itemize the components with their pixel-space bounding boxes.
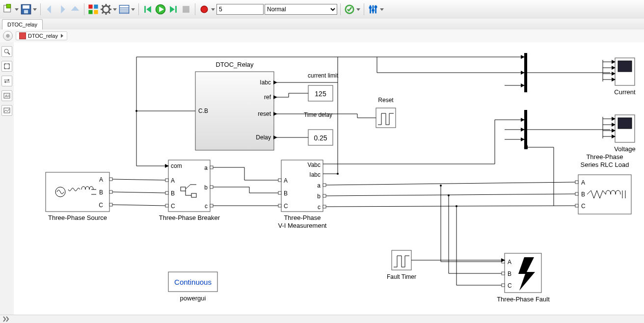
svg-text:A: A: [581, 179, 585, 186]
svg-rect-117: [323, 205, 326, 208]
block-powergui[interactable]: Continuous powergui: [168, 272, 217, 302]
svg-marker-57: [4, 81, 6, 83]
build-button[interactable]: [344, 3, 355, 15]
step-back-button[interactable]: [142, 3, 154, 15]
nav-back-button[interactable]: [44, 3, 55, 15]
annotation-button[interactable]: A≡: [1, 90, 12, 101]
step-forward-button[interactable]: [167, 3, 179, 15]
library-browser-button[interactable]: [87, 3, 99, 15]
svg-point-14: [103, 6, 109, 13]
block-rlc-load[interactable]: A B C Three-Phase Series RLC Load: [575, 153, 631, 214]
fit-to-view-button[interactable]: [1, 61, 12, 72]
toggle-sample-time-button[interactable]: [1, 76, 12, 86]
svg-text:Fault Timer: Fault Timer: [387, 273, 416, 280]
svg-rect-60: [4, 108, 10, 113]
tuning-dd[interactable]: [367, 3, 384, 15]
record-dd-arrow[interactable]: [211, 4, 215, 15]
save-dd-arrow[interactable]: [32, 4, 37, 15]
mux-current[interactable]: [524, 53, 527, 92]
bus-selector-current[interactable]: [527, 60, 615, 81]
svg-line-21: [109, 5, 110, 7]
svg-text:C: C: [171, 203, 175, 210]
block-scope-voltage[interactable]: Voltage: [614, 115, 635, 153]
record-button[interactable]: [198, 3, 210, 15]
new-model-dd[interactable]: [2, 3, 19, 15]
expand-chevrons-icon[interactable]: [3, 316, 10, 322]
block-three-phase-fault[interactable]: A B C Three-Phase Fault: [497, 253, 550, 303]
three-phase-breaker-label: Three-Phase Breaker: [159, 214, 220, 221]
svg-text:C: C: [581, 203, 586, 210]
model-config-button[interactable]: [100, 3, 112, 15]
build-dd-arrow[interactable]: [356, 4, 361, 15]
bus-selector-voltage[interactable]: [527, 117, 615, 138]
save-button[interactable]: [20, 3, 32, 15]
svg-rect-34: [175, 6, 177, 13]
block-dtoc-relay[interactable]: DTOC_Relay C.B Iabc ref reset Delay: [195, 61, 274, 150]
svg-rect-87: [210, 186, 213, 188]
image-button[interactable]: [1, 105, 12, 116]
bottom-bar: [0, 315, 644, 323]
model-canvas[interactable]: A B C Three-Phase Source com A B C a b c…: [14, 42, 644, 315]
block-scope-current[interactable]: Current: [614, 58, 636, 96]
svg-text:C: C: [99, 202, 103, 209]
svg-marker-6: [33, 8, 37, 11]
svg-rect-71: [109, 190, 112, 193]
breadcrumb-model: DTOC_relay: [28, 33, 58, 39]
svg-marker-55: [8, 79, 10, 81]
svg-text:Three-Phase: Three-Phase: [284, 214, 321, 221]
nav-up-button[interactable]: [69, 3, 81, 15]
stop-button[interactable]: [180, 3, 192, 15]
save-dd[interactable]: [20, 3, 37, 15]
model-browser-toggle[interactable]: [3, 31, 13, 41]
model-explorer-dd-arrow[interactable]: [131, 4, 135, 15]
svg-text:Reset: Reset: [378, 97, 394, 104]
block-three-phase-breaker[interactable]: com A B C a b c Three-Phase Breaker: [159, 160, 220, 221]
new-model-dd-arrow[interactable]: [14, 4, 19, 15]
svg-text:c: c: [318, 204, 321, 211]
breadcrumb[interactable]: DTOC_relay: [16, 31, 67, 40]
mux-voltage[interactable]: [524, 110, 527, 149]
record-dd[interactable]: [198, 3, 215, 15]
svg-text:B: B: [171, 190, 175, 197]
build-dd[interactable]: [344, 3, 361, 15]
model-explorer-dd[interactable]: [118, 3, 135, 15]
svg-text:current limit: current limit: [308, 72, 339, 79]
tuning-dd-arrow[interactable]: [379, 4, 384, 15]
svg-text:C: C: [508, 282, 512, 289]
new-model-button[interactable]: [2, 3, 14, 15]
config-dd[interactable]: [100, 3, 117, 15]
svg-point-36: [201, 6, 208, 13]
zoom-button[interactable]: [1, 46, 12, 57]
svg-rect-142: [524, 53, 527, 92]
block-time-delay[interactable]: 0.25 Time delay: [304, 111, 333, 145]
svg-rect-138: [575, 192, 578, 195]
tuning-button[interactable]: [367, 3, 379, 15]
svg-rect-72: [109, 203, 112, 206]
model-explorer-button[interactable]: [118, 3, 130, 15]
block-three-phase-source[interactable]: A B C Three-Phase Source: [46, 172, 112, 221]
svg-text:Delay: Delay: [256, 134, 271, 141]
block-fault-timer[interactable]: Fault Timer: [387, 250, 416, 280]
stop-time-input[interactable]: [216, 4, 264, 15]
block-current-limit[interactable]: 125 current limit: [308, 72, 339, 101]
svg-rect-86: [210, 166, 213, 169]
svg-rect-147: [524, 110, 527, 149]
block-reset[interactable]: Reset: [376, 97, 396, 128]
svg-text:Voltage: Voltage: [614, 145, 635, 153]
nav-forward-button[interactable]: [56, 3, 68, 15]
block-vi-measurement[interactable]: A B C Vabc Iabc a b c Three-Phase V-I Me…: [278, 160, 327, 229]
svg-rect-43: [369, 7, 372, 9]
simulation-mode-select[interactable]: Normal: [265, 4, 337, 15]
svg-rect-12: [88, 10, 92, 14]
svg-rect-128: [502, 272, 505, 275]
model-tab[interactable]: DTOC_relay: [2, 19, 43, 29]
config-dd-arrow[interactable]: [112, 4, 117, 15]
svg-rect-84: [165, 191, 168, 194]
svg-line-20: [109, 12, 110, 14]
svg-text:B: B: [581, 191, 585, 198]
run-button[interactable]: [155, 3, 166, 15]
three-phase-source-label: Three-Phase Source: [48, 214, 107, 221]
svg-rect-131: [578, 175, 631, 214]
svg-text:Iabc: Iabc: [260, 79, 271, 86]
svg-marker-39: [356, 8, 360, 11]
